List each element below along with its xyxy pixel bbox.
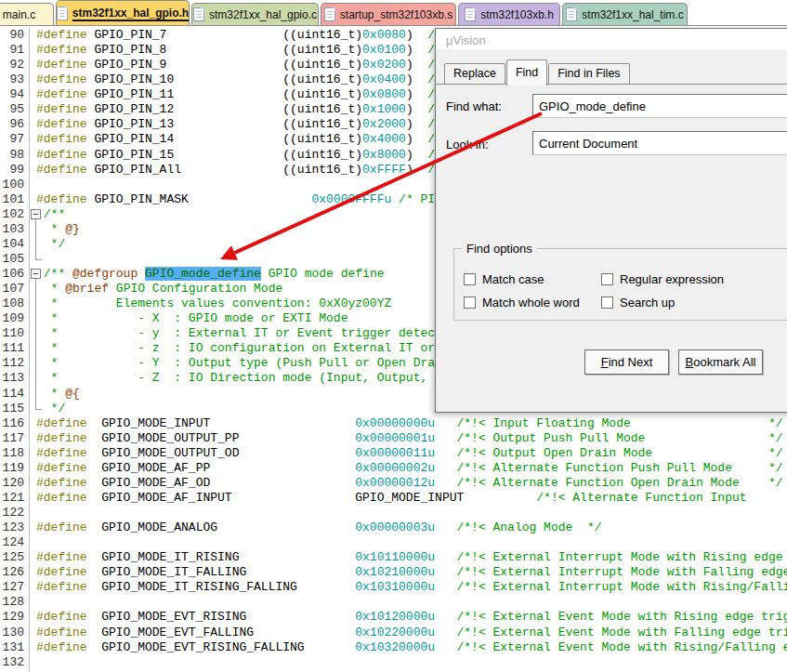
code-line: 128 (0, 595, 787, 610)
code-text: #define GPIO_MODE_IT_RISING 0x10110000u … (30, 550, 787, 565)
checkbox-box[interactable] (601, 296, 613, 309)
dialog-tab-find-in-files[interactable]: Find in Files (548, 63, 629, 85)
line-number: 130 (0, 626, 30, 640)
line-number: 126 (0, 565, 30, 580)
file-tab-stm32f103xb-h[interactable]: stm32f103xb.h (458, 3, 560, 25)
file-tab-label: stm32f1xx_hal_gpio.h (72, 7, 189, 20)
code-text: * Elements values convention: 0xX0yz00YZ (30, 296, 391, 311)
line-number: 95 (0, 102, 30, 117)
fold-collapse-icon[interactable] (31, 269, 41, 279)
code-text: * - y : External IT or Event trigger det… (30, 326, 464, 341)
search-match-highlight: GPIO_mode_define (145, 267, 261, 281)
line-number: 131 (0, 640, 30, 655)
file-tab-startup-stm32f103xb-s[interactable]: startup_stm32f103xb.s (321, 3, 456, 25)
line-number: 119 (0, 461, 30, 476)
line-number: 122 (0, 506, 30, 520)
line-number: 128 (0, 595, 30, 610)
find-options-group-label: Find options (462, 242, 537, 256)
code-line: 132 (0, 655, 787, 670)
line-number: 132 (0, 655, 30, 670)
code-line: 126#define GPIO_MODE_IT_FALLING 0x102100… (0, 565, 787, 580)
code-text: #define GPIO_MODE_IT_FALLING 0x10210000u… (30, 565, 787, 580)
file-tab-label: startup_stm32f103xb.s (340, 8, 453, 21)
checkbox-search-up[interactable]: Search up (601, 295, 675, 310)
line-number: 116 (0, 416, 30, 431)
line-number: 103 (0, 222, 30, 237)
code-line: 119#define GPIO_MODE_AF_PP 0x00000002u /… (0, 461, 787, 476)
fold-guide-line (35, 219, 42, 260)
file-tab-bar: main.cstm32f1xx_hal_gpio.hstm32f1xx_hal_… (0, 0, 787, 26)
file-tab-stm32f1xx-hal-gpio-c[interactable]: stm32f1xx_hal_gpio.c (191, 3, 319, 25)
code-text: #define GPIO_MODE_EVT_RISING 0x10120000u… (30, 610, 787, 625)
checkbox-box[interactable] (601, 273, 613, 285)
dialog-tab-find[interactable]: Find (506, 59, 547, 86)
code-line: 131#define GPIO_MODE_EVT_RISING_FALLING … (0, 640, 787, 655)
checkbox-match-whole-word[interactable]: Match whole word (464, 295, 580, 310)
dialog-tab-replace[interactable]: Replace (444, 63, 505, 85)
code-text (30, 595, 36, 610)
code-text: #define GPIO_MODE_INPUT 0x00000000u /*!<… (30, 416, 783, 431)
checkbox-box[interactable] (464, 296, 476, 309)
line-number: 113 (0, 371, 30, 386)
find-what-input[interactable] (532, 94, 787, 118)
code-text: * - X : GPIO mode or EXTI Mode (30, 311, 348, 326)
line-number: 104 (0, 237, 30, 252)
code-line: 124 (0, 535, 787, 550)
line-number: 107 (0, 282, 30, 296)
find-dialog: µVision ReplaceFindFind in Files Find wh… (435, 28, 787, 413)
code-text (30, 506, 36, 520)
bookmark-all-button[interactable]: Bookmark All (678, 349, 763, 375)
line-number: 100 (0, 178, 30, 192)
line-number: 120 (0, 476, 30, 491)
line-number: 125 (0, 550, 30, 565)
code-text: #define GPIO_MODE_AF_INPUT GPIO_MODE_INP… (30, 491, 787, 506)
line-number: 115 (0, 402, 30, 416)
code-line: 116#define GPIO_MODE_INPUT 0x00000000u /… (0, 416, 787, 431)
screenshot-root: { "file_tabs": [ {"label":"main.c","colo… (0, 0, 787, 672)
code-text: /** @defgroup GPIO_mode_define GPIO mode… (30, 267, 385, 282)
checkbox-box[interactable] (464, 273, 476, 285)
document-icon (57, 7, 68, 20)
code-line: 117#define GPIO_MODE_OUTPUT_PP 0x0000000… (0, 431, 787, 446)
code-line: 129#define GPIO_MODE_EVT_RISING 0x101200… (0, 610, 787, 625)
checkbox-regular-expression[interactable]: Regular expression (601, 271, 724, 286)
line-number: 106 (0, 267, 30, 282)
line-number: 117 (0, 431, 30, 446)
line-number: 90 (0, 28, 30, 43)
line-number: 97 (0, 132, 30, 147)
line-number: 114 (0, 387, 30, 402)
line-number: 110 (0, 326, 30, 341)
line-number: 96 (0, 117, 30, 132)
code-line: 125#define GPIO_MODE_IT_RISING 0x1011000… (0, 550, 787, 565)
code-line: 120#define GPIO_MODE_AF_OD 0x00000012u /… (0, 476, 787, 491)
line-number: 105 (0, 252, 30, 267)
line-number: 112 (0, 356, 30, 371)
code-line: 130#define GPIO_MODE_EVT_FALLING 0x10220… (0, 626, 787, 640)
file-tab-stm32f1xx-hal-tim-c[interactable]: stm32f1xx_hal_tim.c (562, 3, 688, 25)
code-text: #define GPIO_MODE_AF_OD 0x00000012u /*!<… (30, 476, 783, 491)
file-tab-main-c[interactable]: main.c (0, 3, 54, 25)
checkbox-label: Match whole word (482, 296, 580, 310)
checkbox-match-case[interactable]: Match case (464, 271, 544, 286)
checkbox-label: Regular expression (620, 272, 724, 286)
code-text (30, 655, 36, 670)
code-line: 127#define GPIO_MODE_IT_RISING_FALLING 0… (0, 580, 787, 595)
fold-guide-line (35, 279, 42, 410)
fold-collapse-icon[interactable] (31, 209, 41, 219)
file-tab-stm32f1xx-hal-gpio-h[interactable]: stm32f1xx_hal_gpio.h (56, 0, 190, 25)
document-icon (566, 7, 577, 21)
code-text: * @brief GPIO Configuration Mode (30, 282, 282, 296)
find-next-button[interactable]: Find Next (584, 349, 669, 375)
line-number: 109 (0, 311, 30, 326)
look-in-input[interactable] (532, 131, 787, 155)
find-dialog-titlebar[interactable]: µVision (436, 29, 787, 49)
line-number: 101 (0, 192, 30, 207)
code-line: 118#define GPIO_MODE_OUTPUT_OD 0x0000001… (0, 446, 787, 461)
checkbox-label: Match case (482, 272, 544, 286)
code-line: 122 (0, 506, 787, 520)
find-dialog-tabs: ReplaceFindFind in Files (444, 59, 787, 85)
line-number: 99 (0, 163, 30, 178)
line-number: 98 (0, 148, 30, 163)
code-line: 123#define GPIO_MODE_ANALOG 0x00000003u … (0, 520, 787, 535)
line-number: 91 (0, 43, 30, 58)
